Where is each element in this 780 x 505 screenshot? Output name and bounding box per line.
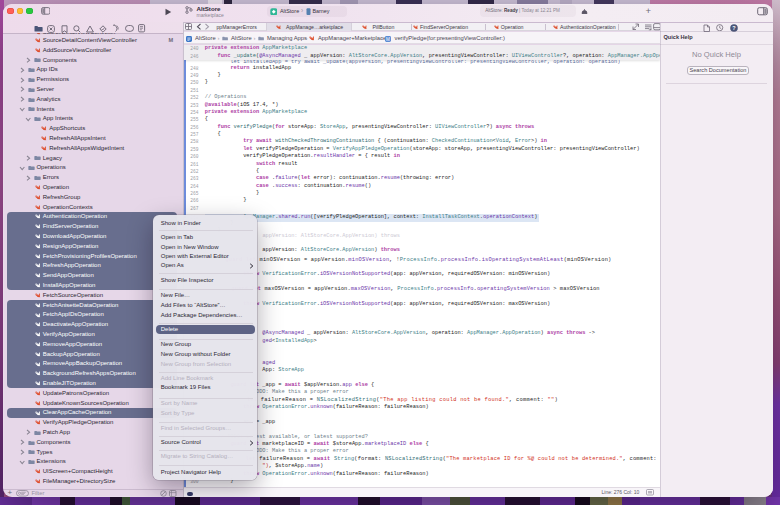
svg-text:M: M	[386, 36, 390, 41]
